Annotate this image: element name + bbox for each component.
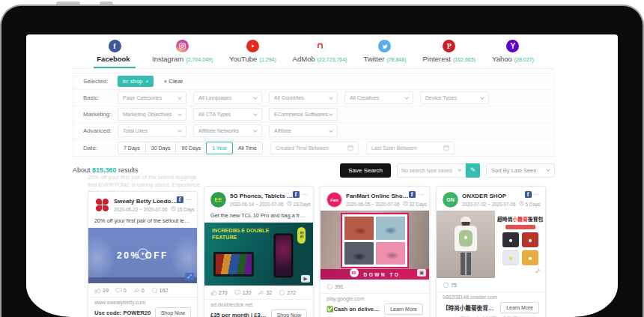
ad-card-header: ONONXDER SHOP2020-07-02 ~ 2020-07-065 Da… [437,187,545,211]
ad-stat: 272 [279,289,296,296]
ad-cta-button[interactable]: Shop Now [155,307,191,317]
tab-count: (1,294) [259,57,276,62]
date-range-button[interactable]: All Time [232,142,263,154]
like-icon [210,289,217,296]
filter-dropdown[interactable]: Affiliate Networks [193,124,262,137]
ad-card-header: Sweaty Betty London | Wom...2020-06-22 ~… [88,192,197,216]
expand-icon[interactable]: ⤢ [185,273,194,280]
date-range-button[interactable]: 1 Year [206,142,233,154]
filter-dropdown[interactable]: All Creatives [344,91,413,104]
filter-dropdown[interactable]: Marketing Objectives [118,108,186,121]
tab-facebook[interactable]: fFacebook [94,34,136,68]
date-label: Date: [83,145,118,151]
ad-stat-value: 19 [103,288,109,293]
model-photo-graphic [437,211,495,278]
tab-twitter[interactable]: Twitter(78,848) [363,34,406,68]
date-range-buttons: 7 Days30 Days90 Days1 YearAll Time [118,142,263,154]
photo-icon[interactable]: ▣ [417,269,426,277]
date-input[interactable]: Created Time Between [270,142,359,154]
play-icon[interactable] [137,248,148,259]
tab-label: Twitter(78,848) [363,55,406,63]
tab-name: YouTube [229,55,257,63]
ad-creative-image[interactable]: 超時尚小雛菊後背包⤢ [437,211,545,278]
tab-name: Pinterest [422,55,451,63]
ad-destination-url: 986208148.onxder.com [437,292,545,301]
tab-yahoo[interactable]: YYahoo(28,027) [492,34,534,68]
filter-dropdown[interactable]: Device Types [420,91,489,104]
date-input[interactable]: Last Seen Between [366,142,455,154]
ad-cta-button[interactable]: Shop Now [271,310,307,317]
ad-cta-button[interactable]: Learn More [384,304,423,315]
filter-dropdown[interactable]: Total Likes [118,124,186,137]
filter-dropdown[interactable]: All CTA Types [193,108,262,121]
filter-dropdown[interactable]: All Countries [269,91,338,104]
ad-image-title: 超時尚小雛菊後背包 [497,215,543,223]
ee-logo: EE [210,192,226,208]
ad-cta-button[interactable]: Learn More [500,302,539,313]
ad-stat-value: 162 [160,288,168,293]
ad-date-range: 2020-06-05 ~ 2020-07-06 [346,202,400,207]
fanmart-logo: Fan [326,192,342,208]
filter-dropdown[interactable]: All Languages [193,91,262,104]
chevron-down-icon [546,167,550,172]
ad-date-range: 2020-06-22 ~ 2020-07-06 [114,207,168,212]
remove-tag-icon[interactable]: × [145,79,148,84]
date-range-button[interactable]: 7 Days [118,142,146,154]
sort-dropdown[interactable]: Sort By Last Seen [486,163,555,178]
filter-dropdown-label: All CTA Types [198,112,231,117]
ad-duration-value: 32 Days [410,202,427,207]
edit-saved-search-button[interactable]: ✎ [466,163,480,178]
advertiser-name[interactable]: 5G Phones, Tablets & SIMs | ... [230,193,294,199]
advertiser-name[interactable]: ONXDER SHOP [462,193,526,199]
more-menu-icon[interactable]: ⋯ [534,193,541,197]
pinterest-icon: P [443,40,455,52]
date-range-button[interactable]: 90 Days [175,142,207,154]
ad-image-offer-text: DOWN TO [364,272,401,277]
expand-icon[interactable]: ⤢ [533,268,542,275]
filter-dropdown-label: Marketing Objectives [123,112,171,117]
phone-graphic [273,233,294,278]
clear-filters-button[interactable]: × Clear [163,78,183,85]
yahoo-icon: Y [506,40,519,52]
filter-dropdown[interactable]: Affiliate [269,124,338,137]
tab-admob[interactable]: AdMob(22,723,764) [293,34,347,68]
more-menu-icon[interactable]: ⋯ [418,193,425,197]
network-tab-bar: fFacebookInstagram(2,704,049)YouTube(1,2… [73,34,555,69]
reach-icon [443,282,449,289]
ad-creative-image[interactable]: Incredible Double FeatureEE▶ [204,223,313,286]
calendar-icon [347,145,353,151]
filter-dropdown[interactable]: Page Categories [118,91,186,104]
selected-tag-text: in: shop [123,78,142,85]
tab-instagram[interactable]: Instagram(2,704,049) [152,34,213,68]
ad-creative-image[interactable]: $5DOWN TO▣ [321,211,429,280]
ad-stat: 120 [234,289,252,296]
product-grid-graphic [341,213,409,268]
saved-search-dropdown[interactable]: No search type saved [397,163,466,178]
filter-dropdown-label: Total Likes [123,128,148,133]
ad-duration: 32 Days [403,201,427,207]
video-icon[interactable]: ▶ [301,275,310,283]
save-search-button[interactable]: Save Search [340,163,391,178]
ad-headline: 【時尚小雛菊後背包】小雛菊刺... [443,304,496,312]
facebook-badge-icon: f [293,191,300,198]
chevron-down-icon [177,95,182,100]
date-range-button[interactable]: 30 Days [145,142,177,154]
selected-tag[interactable]: in: shop× [118,76,154,87]
more-menu-icon[interactable]: ⋯ [186,198,192,202]
tab-count: (28,027) [514,57,534,62]
filter-row-label: Basic: [83,94,118,101]
ad-body-text: 20% off your first pair of the sellout l… [88,216,197,228]
advertiser-name[interactable]: FanMart Online Shopping - F... [346,193,410,199]
share-icon [133,287,140,294]
tab-youtube[interactable]: YouTube(1,294) [229,34,276,68]
date-input-placeholder: Created Time Between [276,145,329,151]
ad-creative-image[interactable]: 20% OFF⤢ [88,228,197,283]
filter-dropdown[interactable]: ECommerce Softwares [269,108,338,121]
advertiser-name[interactable]: Sweaty Betty London | Wom... [114,198,178,205]
tab-pinterest[interactable]: PPinterest(162,665) [422,34,475,68]
ad-stat: 32 [258,289,272,296]
tab-label: Instagram(2,704,049) [152,55,213,63]
ad-card: Sweaty Betty London | Wom...2020-06-22 ~… [88,191,198,317]
image-bottom-strip: $5DOWN TO [321,269,429,280]
more-menu-icon[interactable]: ⋯ [302,193,309,197]
